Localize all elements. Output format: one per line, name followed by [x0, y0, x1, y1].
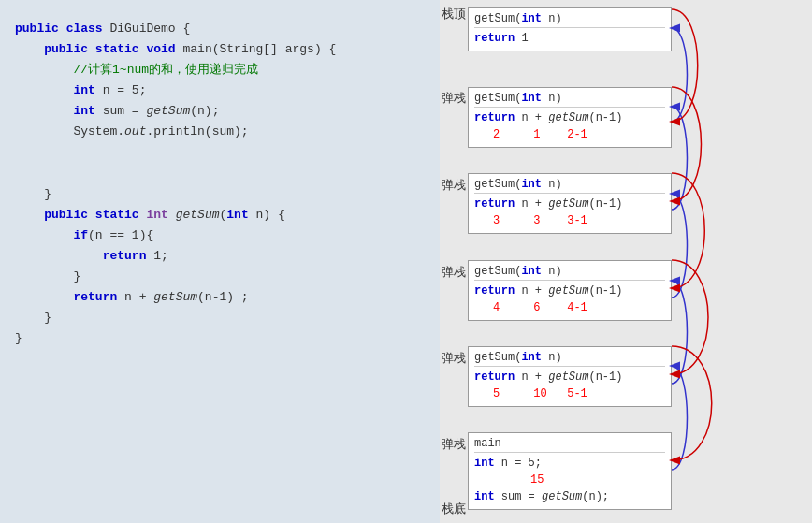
code-line: } [15, 308, 425, 328]
frame-line-main-3: int sum = getSum(n); [474, 488, 665, 505]
code-line: public static void main(String[] args) { [15, 39, 425, 60]
code-line: int sum = getSum(n); [15, 101, 425, 122]
code-line [15, 164, 425, 184]
frame-line-1: return 1 [474, 30, 665, 47]
frame-line-2a: return n + getSum(n-1) [474, 109, 665, 126]
frame-line-3a: return n + getSum(n-1) [474, 196, 665, 212]
code-line: int n = 5; [15, 80, 425, 101]
frame-title-main: main [474, 437, 665, 453]
frame-line-4b: 4 6 4-1 [474, 299, 665, 316]
code-line: //计算1~num的和，使用递归完成 [15, 60, 425, 80]
stack-frame-main: main int n = 5; 15 int sum = getSum(n); [468, 432, 672, 510]
code-line: } [15, 328, 425, 349]
frame-title-2: getSum(int n) [474, 92, 665, 108]
frame-line-4a: return n + getSum(n-1) [474, 283, 665, 299]
code-panel: public class DiGuiDemo { public static v… [0, 0, 440, 523]
code-line: System.out.println(sum); [15, 122, 425, 142]
stack-frame-2: getSum(int n) return n + getSum(n-1) 2 1… [468, 87, 672, 148]
frame-line-5b: 5 10 5-1 [474, 385, 665, 402]
code-line: if(n == 1){ [15, 225, 425, 246]
frame-title-3: getSum(int n) [474, 178, 665, 194]
frame-line-5a: return n + getSum(n-1) [474, 369, 665, 385]
pop-label-4: 弹栈 [442, 350, 466, 367]
frame-line-main-1: int n = 5; [474, 455, 665, 472]
pop-label-3: 弹栈 [442, 264, 466, 281]
code-line: public static int getSum(int n) { [15, 205, 425, 225]
frame-line-2b: 2 1 2-1 [474, 126, 665, 143]
stack-panel: 栈顶 栈底 getSum(int n) return 1 getSum(int … [440, 0, 812, 523]
stack-frame-5: getSum(int n) return n + getSum(n-1) 5 1… [468, 346, 672, 407]
code-line: return 1; [15, 246, 425, 267]
frame-title-5: getSum(int n) [474, 351, 665, 367]
pop-label-2: 弹栈 [442, 177, 466, 194]
code-line [15, 143, 425, 164]
pop-label-5: 弹栈 [442, 436, 466, 453]
frame-title-1: getSum(int n) [474, 12, 665, 28]
code-line: public class DiGuiDemo { [15, 19, 425, 39]
stack-frame-3: getSum(int n) return n + getSum(n-1) 3 3… [468, 173, 672, 234]
pop-label-1: 弹栈 [442, 90, 466, 107]
frame-title-4: getSum(int n) [474, 265, 665, 281]
stack-bottom-label: 栈底 [442, 501, 466, 517]
code-line: } [15, 184, 425, 205]
frame-line-3b: 3 3 3-1 [474, 212, 665, 229]
stack-frame-4: getSum(int n) return n + getSum(n-1) 4 6… [468, 260, 672, 321]
code-line: } [15, 267, 425, 287]
frame-line-main-2: 15 [474, 472, 665, 488]
stack-top-label: 栈顶 [442, 6, 466, 22]
code-line: return n + getSum(n-1) ; [15, 287, 425, 308]
stack-frame-1: getSum(int n) return 1 [468, 7, 672, 51]
